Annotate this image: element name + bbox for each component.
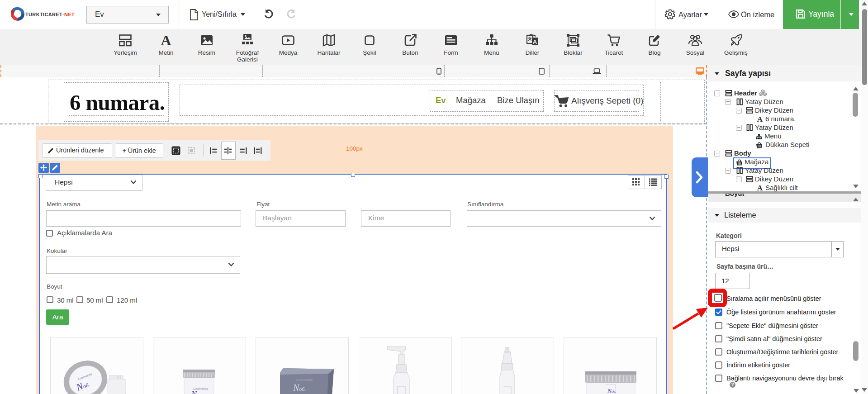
svg-text:A: A [757,115,763,123]
svg-text:A: A [161,33,171,47]
svg-text:A: A [757,184,763,191]
svg-text:Cosmetics: Cosmetics [296,378,313,382]
svg-text:A: A [533,38,537,45]
